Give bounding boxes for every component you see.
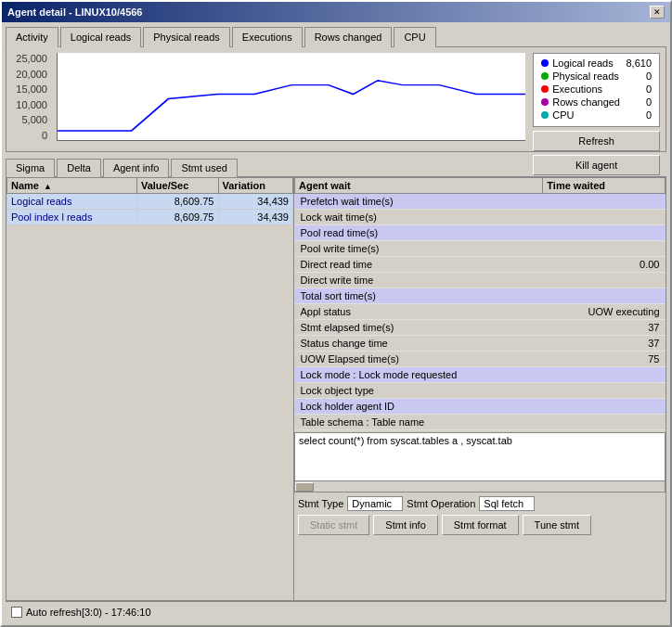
agent-wait-14: Table schema : Table name: [295, 415, 543, 430]
tab-agent-info[interactable]: Agent info: [103, 159, 170, 177]
row-name-1: Logical reads: [7, 194, 137, 210]
time-waited-5: [543, 273, 666, 288]
close-button[interactable]: ✕: [650, 6, 665, 19]
time-waited-10: 75: [543, 352, 666, 367]
time-waited-11: [543, 367, 666, 383]
main-content: Name ▲ Value/Sec Variation Logical reads…: [6, 176, 666, 601]
legend-section: Logical reads 8,610 Physical reads 0 Exe…: [533, 53, 660, 127]
legend-label-executions: Executions: [552, 83, 602, 95]
col-variation: Variation: [218, 178, 293, 194]
col-value: Value/Sec: [136, 178, 218, 194]
table-row: Table schema : Table name: [295, 415, 666, 430]
legend-dot-executions: [541, 85, 549, 93]
right-panel: Agent wait Time waited Prefetch wait tim…: [294, 177, 666, 600]
scrollbar-track[interactable]: [295, 481, 665, 493]
stmt-operation-value: Sql fetch: [479, 496, 535, 511]
agent-wait-13: Lock holder agent ID: [295, 399, 543, 415]
agent-wait-2: Pool read time(s): [295, 225, 543, 241]
legend-executions: Executions 0: [541, 83, 652, 95]
legend-value-executions: 0: [624, 83, 652, 95]
legend-physical-reads: Physical reads 0: [541, 70, 652, 82]
table-row: Direct read time0.00: [295, 257, 666, 273]
sql-scroll-area: select count(*) from syscat.tables a , s…: [294, 432, 666, 493]
row-variation-1: 34,439: [218, 194, 293, 210]
title-bar: Agent detail - LINUX10/4566 ✕: [2, 2, 670, 22]
legend-label-cpu: CPU: [552, 109, 574, 121]
time-waited-9: 37: [543, 336, 666, 352]
legend-and-controls: Logical reads 8,610 Physical reads 0 Exe…: [533, 53, 660, 146]
tune-stmt-button[interactable]: Tune stmt: [523, 515, 592, 535]
col-time-waited: Time waited: [543, 178, 666, 194]
bottom-btn-row: Static stmt Stmt info Stmt format Tune s…: [294, 513, 666, 537]
time-waited-7: UOW executing: [543, 304, 666, 320]
time-waited-4: 0.00: [543, 257, 666, 273]
auto-refresh-checkbox[interactable]: [11, 607, 22, 618]
static-stmt-button[interactable]: Static stmt: [298, 515, 369, 535]
table-row: Lock wait time(s): [295, 210, 666, 225]
legend-value-physical: 0: [624, 70, 652, 82]
time-waited-12: [543, 383, 666, 399]
table-row: Logical reads 8,609.75 34,439: [7, 194, 293, 210]
agent-wait-4: Direct read time: [295, 257, 543, 273]
stmt-format-button[interactable]: Stmt format: [442, 515, 519, 535]
stmt-info-button[interactable]: Stmt info: [373, 515, 437, 535]
y-label-5: 5,000: [12, 114, 47, 125]
table-row: Prefetch wait time(s): [295, 194, 666, 210]
agent-wait-5: Direct write time: [295, 273, 543, 288]
time-waited-0: [543, 194, 666, 210]
scrollbar-thumb[interactable]: [295, 482, 314, 492]
agent-wait-0: Prefetch wait time(s): [295, 194, 543, 210]
sql-scrollbar-h[interactable]: [295, 480, 665, 492]
chart-y-labels: 25,000 20,000 15,000 10,000 5,000 0: [12, 53, 49, 141]
table-row: Lock holder agent ID: [295, 399, 666, 415]
section-tabs: Sigma Delta Agent info Stmt used: [6, 158, 666, 176]
table-row: Appl statusUOW executing: [295, 304, 666, 320]
status-bar: Auto refresh[3:0) - 17:46:10: [6, 601, 666, 621]
main-window: Agent detail - LINUX10/4566 ✕ Activity L…: [0, 0, 672, 627]
table-row: Pool write time(s): [295, 241, 666, 257]
time-waited-2: [543, 225, 666, 241]
agent-wait-7: Appl status: [295, 304, 543, 320]
legend-dot-rows: [541, 98, 549, 106]
legend-dot-cpu: [541, 111, 549, 119]
tab-delta[interactable]: Delta: [57, 159, 101, 177]
tab-cpu[interactable]: CPU: [394, 27, 435, 47]
row-value-1: 8,609.75: [136, 194, 218, 210]
table-row: Total sort time(s): [295, 288, 666, 304]
y-label-2: 20,000: [12, 69, 47, 80]
y-label-3: 15,000: [12, 83, 47, 95]
stmt-type-label: Stmt Type: [298, 498, 343, 509]
row-value-2: 8,609.75: [136, 210, 218, 225]
table-row: Pool index l reads 8,609.75 34,439: [7, 210, 293, 225]
sql-text: select count(*) from syscat.tables a , s…: [295, 433, 665, 480]
y-label-4: 10,000: [12, 99, 47, 110]
table-row: Direct write time: [295, 273, 666, 288]
auto-refresh-text: Auto refresh[3:0) - 17:46:10: [26, 607, 151, 618]
legend-value-logical: 8,610: [624, 58, 652, 69]
tab-physical-reads[interactable]: Physical reads: [143, 27, 230, 47]
tab-logical-reads[interactable]: Logical reads: [60, 27, 141, 47]
chart-area: [57, 53, 525, 141]
legend-value-cpu: 0: [624, 109, 652, 121]
legend-logical-reads: Logical reads 8,610: [541, 58, 652, 69]
chart-svg: [58, 53, 525, 140]
left-panel: Name ▲ Value/Sec Variation Logical reads…: [6, 177, 294, 600]
agent-wait-3: Pool write time(s): [295, 241, 543, 257]
time-waited-6: [543, 288, 666, 304]
time-waited-8: 37: [543, 320, 666, 336]
tab-sigma[interactable]: Sigma: [6, 159, 55, 177]
stmt-operation-label: Stmt Operation: [407, 498, 475, 509]
legend-dot-logical: [541, 59, 549, 67]
agent-wait-6: Total sort time(s): [295, 288, 543, 304]
tab-stmt-used[interactable]: Stmt used: [171, 159, 238, 177]
chart-tab-content: 25,000 20,000 15,000 10,000 5,000 0: [6, 46, 666, 152]
top-tab-bar: Activity Logical reads Physical reads Ex…: [6, 26, 666, 46]
agent-wait-12: Lock object type: [295, 383, 543, 399]
time-waited-14: [543, 415, 666, 430]
y-label-1: 25,000: [12, 53, 47, 64]
tab-rows-changed[interactable]: Rows changed: [304, 27, 393, 47]
tab-activity[interactable]: Activity: [6, 27, 58, 47]
tab-executions[interactable]: Executions: [232, 27, 303, 47]
time-waited-3: [543, 241, 666, 257]
refresh-button[interactable]: Refresh: [533, 131, 660, 151]
